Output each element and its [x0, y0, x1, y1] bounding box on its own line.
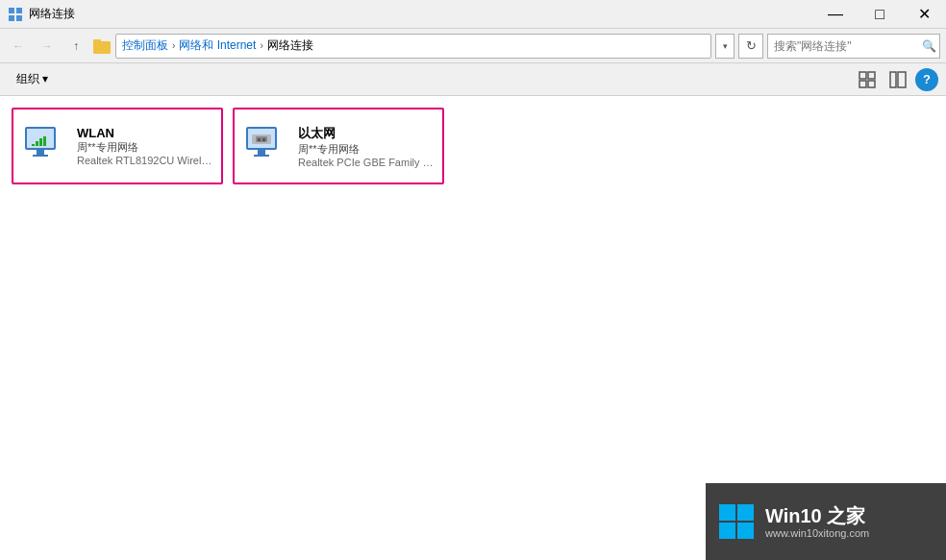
svg-rect-11 — [898, 72, 906, 87]
wlan-monitor-svg — [21, 123, 67, 169]
svg-rect-1 — [16, 8, 22, 13]
svg-rect-27 — [262, 138, 265, 141]
svg-rect-3 — [16, 15, 22, 21]
svg-rect-8 — [859, 81, 866, 87]
breadcrumb-sep-1: › — [172, 40, 175, 51]
up-button[interactable]: ↑ — [63, 34, 88, 59]
wlan-driver: Realtek RTL8192CU Wireless L — [77, 155, 213, 166]
svg-rect-23 — [254, 155, 269, 157]
svg-rect-28 — [719, 504, 735, 521]
breadcrumb-sep-2: › — [260, 40, 262, 51]
svg-rect-15 — [33, 155, 48, 157]
search-icon[interactable]: 🔍 — [922, 39, 936, 53]
close-button[interactable]: ✕ — [902, 0, 946, 29]
breadcrumb-current: 网络连接 — [267, 37, 313, 54]
svg-rect-18 — [39, 138, 42, 146]
title-bar: 网络连接 — □ ✕ — [0, 0, 946, 29]
forward-button[interactable]: → — [35, 34, 60, 59]
address-dropdown[interactable]: ▾ — [715, 34, 734, 59]
window-icon — [8, 7, 23, 22]
title-bar-left: 网络连接 — [8, 6, 75, 22]
svg-rect-22 — [258, 150, 265, 155]
svg-rect-9 — [868, 81, 875, 87]
svg-rect-5 — [93, 39, 101, 43]
ethernet-adapter-info: 以太网 周**专用网络 Realtek PCIe GBE Family Cont… — [298, 125, 435, 168]
main-content: WLAN 周**专用网络 Realtek RTL8192CU Wireless … — [0, 96, 946, 522]
ethernet-name: 以太网 — [298, 125, 435, 142]
pane-icon — [889, 71, 907, 88]
address-right: ▾ ↻ — [715, 34, 763, 59]
svg-rect-0 — [9, 8, 14, 13]
address-bar: ← → ↑ 控制面板 › 网络和 Internet › 网络连接 ▾ ↻ 🔍 — [0, 29, 946, 63]
ethernet-adapter-icon — [242, 123, 288, 169]
svg-rect-17 — [36, 141, 38, 146]
view-toggle-button[interactable] — [854, 68, 881, 91]
toolbar-left: 组织 ▾ — [8, 68, 57, 91]
wlan-adapter-icon — [21, 123, 67, 169]
folder-icon — [92, 37, 112, 56]
minimize-button[interactable]: — — [813, 0, 858, 29]
watermark: Win10 之家 www.win10xitong.com — [706, 483, 946, 560]
watermark-url: www.win10xitong.com — [765, 527, 869, 539]
wlan-network: 周**专用网络 — [77, 140, 213, 155]
svg-rect-30 — [719, 523, 735, 539]
svg-rect-29 — [737, 504, 754, 521]
svg-rect-7 — [868, 72, 875, 79]
wlan-adapter-info: WLAN 周**专用网络 Realtek RTL8192CU Wireless … — [77, 126, 213, 166]
refresh-button[interactable]: ↻ — [738, 34, 763, 59]
maximize-button[interactable]: □ — [858, 0, 902, 29]
back-button[interactable]: ← — [6, 34, 31, 59]
view-icon — [859, 71, 876, 88]
ethernet-network: 周**专用网络 — [298, 142, 435, 157]
breadcrumb-bar[interactable]: 控制面板 › 网络和 Internet › 网络连接 — [115, 34, 711, 59]
search-input[interactable] — [774, 39, 918, 53]
help-button[interactable]: ? — [915, 68, 938, 91]
svg-rect-16 — [32, 144, 35, 146]
svg-rect-10 — [890, 72, 896, 87]
toolbar: 组织 ▾ ? — [0, 63, 946, 96]
windows-logo — [717, 502, 756, 541]
wlan-adapter-card[interactable]: WLAN 周**专用网络 Realtek RTL8192CU Wireless … — [12, 108, 223, 184]
wlan-name: WLAN — [77, 126, 213, 140]
svg-rect-26 — [258, 138, 261, 141]
title-bar-controls: — □ ✕ — [813, 0, 946, 29]
breadcrumb-network-internet[interactable]: 网络和 Internet — [179, 37, 256, 54]
organize-button[interactable]: 组织 ▾ — [8, 68, 57, 91]
toolbar-right: ? — [854, 68, 938, 91]
svg-rect-19 — [43, 136, 46, 146]
breadcrumb-control-panel[interactable]: 控制面板 — [122, 37, 168, 54]
search-box[interactable]: 🔍 — [767, 34, 940, 59]
svg-rect-31 — [737, 523, 754, 539]
ethernet-monitor-svg — [242, 123, 288, 169]
watermark-title: Win10 之家 — [765, 504, 869, 527]
svg-rect-6 — [859, 72, 866, 79]
title-bar-title: 网络连接 — [29, 6, 75, 22]
watermark-text: Win10 之家 www.win10xitong.com — [765, 504, 869, 539]
pane-button[interactable] — [884, 68, 911, 91]
ethernet-adapter-card[interactable]: 以太网 周**专用网络 Realtek PCIe GBE Family Cont… — [233, 108, 444, 184]
svg-rect-14 — [37, 150, 44, 155]
svg-rect-25 — [256, 136, 267, 142]
svg-rect-2 — [9, 15, 14, 21]
ethernet-driver: Realtek PCIe GBE Family Contr... — [298, 157, 435, 168]
